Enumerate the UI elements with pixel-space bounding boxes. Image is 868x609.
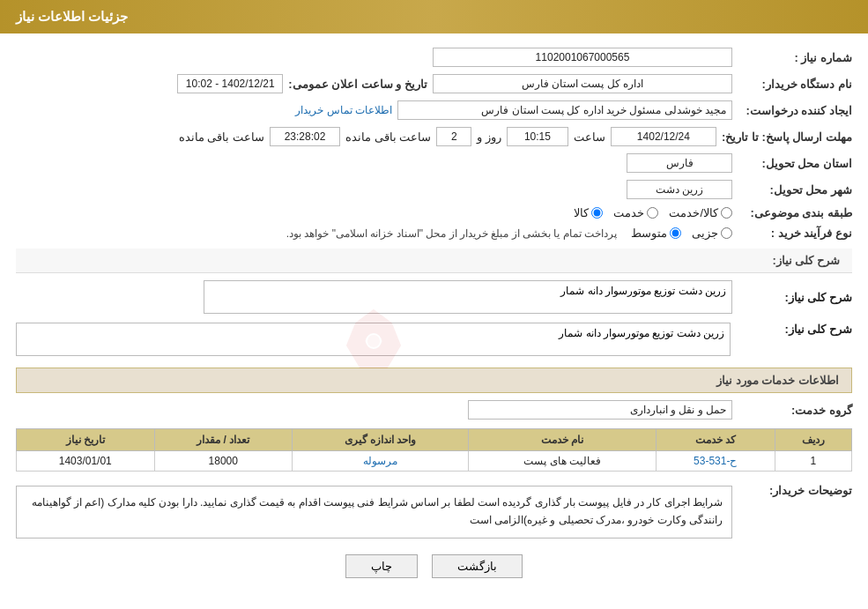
content-area: شماره نیاز : نام دستگاه خریدار: تاریخ و …: [0, 33, 868, 606]
need-desc-textarea-2[interactable]: زرین دشت توزیع موتورسوار دانه شمار: [16, 323, 731, 356]
category-radio-kala-khadamat[interactable]: [721, 207, 732, 219]
city-row: شهر محل تحویل:: [16, 180, 852, 199]
creator-row: ایجاد کننده درخواست: اطلاعات تماس خریدار: [16, 100, 852, 120]
remaining-time-label: ساعت باقی مانده: [345, 130, 431, 144]
purchase-type-radio-jozi[interactable]: [721, 227, 732, 239]
services-section-header: اطلاعات خدمات مورد نیاز: [16, 368, 852, 393]
service-group-label: گروه خدمت:: [738, 404, 852, 417]
need-desc-label-2: شرح کلی نیاز:: [738, 323, 852, 336]
category-option-kala-khadamat[interactable]: کالا/خدمت: [669, 206, 732, 219]
purchase-type-radio-motawaset[interactable]: [670, 227, 681, 239]
col-header-name: نام خدمت: [469, 429, 657, 451]
city-label: شهر محل تحویل:: [738, 183, 852, 197]
purchase-type-label: نوع فرآیند خرید :: [738, 227, 852, 240]
cell-unit: مرسوله: [292, 451, 468, 472]
remaining-time-input[interactable]: [270, 127, 340, 146]
reply-date-input[interactable]: [611, 127, 716, 146]
page-wrapper: جزئیات اطلاعات نیاز شماره نیاز : نام دست…: [0, 0, 868, 609]
buyer-org-input[interactable]: [433, 74, 732, 93]
purchase-type-row: نوع فرآیند خرید : جزیی متوسط پرداخت تمام…: [16, 227, 852, 240]
province-row: استان محل تحویل:: [16, 153, 852, 173]
services-table-section: ردیف کد خدمت نام خدمت واحد اندازه گیری ت…: [16, 428, 852, 472]
col-header-row: ردیف: [775, 429, 851, 451]
creator-label: ایجاد کننده درخواست:: [738, 104, 852, 117]
services-table: ردیف کد خدمت نام خدمت واحد اندازه گیری ت…: [16, 428, 852, 472]
remaining-label: روز و: [477, 130, 501, 144]
need-desc-label-inline: شرح کلی نیاز:: [738, 291, 852, 304]
cell-date: 1403/01/01: [17, 451, 155, 472]
announce-date-input[interactable]: [177, 74, 283, 93]
service-group-row: گروه خدمت:: [16, 400, 852, 420]
back-button[interactable]: بازگشت: [432, 554, 523, 578]
need-number-input[interactable]: [433, 48, 732, 67]
button-row: بازگشت چاپ: [16, 554, 852, 592]
reply-time-input[interactable]: [507, 127, 568, 146]
cell-name: فعالیت های پست: [469, 451, 657, 472]
page-title: جزئیات اطلاعات نیاز: [16, 9, 128, 24]
purchase-type-radio-group: جزیی متوسط: [631, 227, 732, 240]
reply-deadline-label: مهلت ارسال پاسخ: تا تاریخ:: [722, 130, 852, 144]
purchase-type-jozi[interactable]: جزیی: [692, 227, 732, 240]
buyer-org-label: نام دستگاه خریدار:: [738, 78, 852, 91]
cell-code: ح-531-53: [656, 451, 775, 472]
purchase-type-motawaset[interactable]: متوسط: [631, 227, 681, 240]
print-button[interactable]: چاپ: [345, 554, 418, 578]
reply-deadline-row: مهلت ارسال پاسخ: تا تاریخ: ساعت روز و سا…: [16, 127, 852, 146]
page-header: جزئیات اطلاعات نیاز: [0, 0, 868, 33]
category-row: طبقه بندی موضوعی: کالا/خدمت خدمت کالا: [16, 206, 852, 219]
need-number-row: شماره نیاز :: [16, 48, 852, 67]
remaining-days-input[interactable]: [436, 127, 471, 146]
category-option-khadamat[interactable]: خدمت: [613, 206, 658, 219]
service-group-input[interactable]: [468, 400, 732, 420]
need-desc-label: شرح کلی نیاز:: [772, 254, 840, 267]
need-desc-textarea[interactable]: [204, 280, 732, 314]
col-header-code: کد خدمت: [656, 429, 775, 451]
need-desc-row: شرح کلی نیاز:: [16, 280, 852, 314]
announce-date-label: تاریخ و ساعت اعلان عمومی:: [288, 78, 427, 91]
category-label: طبقه بندی موضوعی:: [738, 206, 852, 219]
table-header-row: ردیف کد خدمت نام خدمت واحد اندازه گیری ت…: [17, 429, 852, 451]
remaining-time-suffix: ساعت باقی مانده: [179, 130, 264, 144]
cell-row: 1: [775, 451, 851, 472]
category-option-kala[interactable]: کالا: [574, 206, 603, 219]
category-radio-kala[interactable]: [591, 207, 603, 219]
buyer-notes-label: توضیحات خریدار:: [738, 480, 852, 497]
col-header-unit: واحد اندازه گیری: [292, 429, 468, 451]
need-desc-section-header: شرح کلی نیاز:: [16, 249, 852, 273]
table-row: 1 ح-531-53 فعالیت های پست مرسوله 18000 1…: [17, 451, 852, 472]
announce-date-row: نام دستگاه خریدار: تاریخ و ساعت اعلان عم…: [16, 74, 852, 93]
category-radio-group: کالا/خدمت خدمت کالا: [574, 206, 732, 219]
province-label: استان محل تحویل:: [738, 157, 852, 170]
col-header-date: تاریخ نیاز: [17, 429, 155, 451]
contact-link[interactable]: اطلاعات تماس خریدار: [295, 104, 392, 116]
buyer-notes-row: توضیحات خریدار: شرایط اجرای کار در فایل …: [16, 480, 852, 538]
creator-input[interactable]: [397, 100, 732, 120]
col-header-quantity: تعداد / مقدار: [154, 429, 292, 451]
category-radio-khadamat[interactable]: [647, 207, 658, 219]
need-number-label: شماره نیاز :: [738, 51, 852, 64]
city-input[interactable]: [627, 180, 732, 199]
province-input[interactable]: [627, 153, 732, 173]
reply-time-label: ساعت: [574, 130, 605, 144]
buyer-notes-box: شرایط اجرای کار در فایل پیوست بار گذاری …: [16, 486, 732, 538]
services-section-title: اطلاعات خدمات مورد نیاز: [716, 374, 839, 387]
need-desc-container: شرح کلی نیاز: زرین دشت توزیع موتورسوار د…: [16, 323, 852, 359]
cell-quantity: 18000: [154, 451, 292, 472]
purchase-note: پرداخت تمام یا بخشی از مبلغ خریدار از مح…: [286, 227, 617, 240]
